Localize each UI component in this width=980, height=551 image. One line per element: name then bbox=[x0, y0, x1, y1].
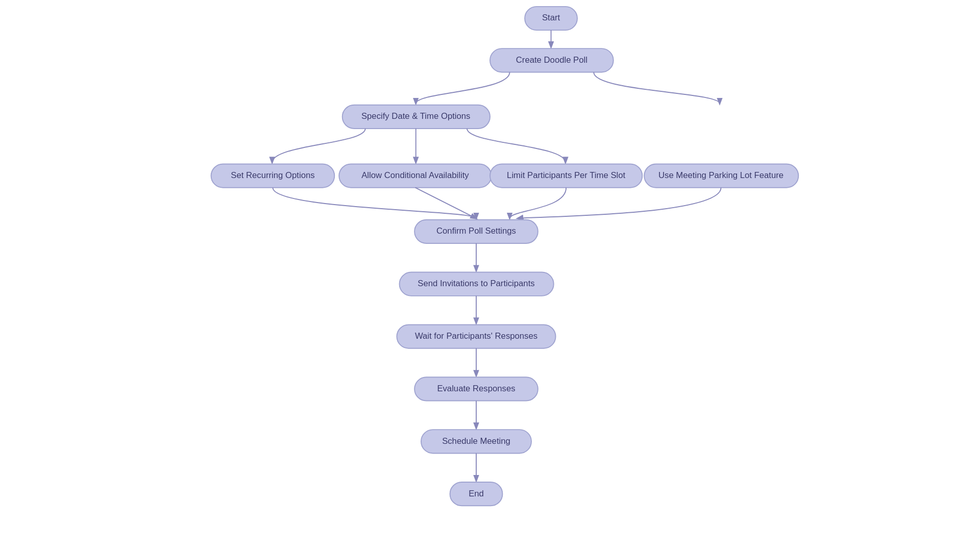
evaluate-responses-label: Evaluate Responses bbox=[437, 384, 515, 393]
wait-responses-label: Wait for Participants' Responses bbox=[415, 331, 537, 341]
limit-participants-label: Limit Participants Per Time Slot bbox=[507, 170, 625, 180]
use-meeting-parking-label: Use Meeting Parking Lot Feature bbox=[658, 170, 783, 180]
end-label: End bbox=[469, 489, 484, 498]
allow-conditional-label: Allow Conditional Availability bbox=[361, 170, 469, 180]
create-doodle-poll-label: Create Doodle Poll bbox=[516, 55, 587, 65]
send-invitations-label: Send Invitations to Participants bbox=[418, 279, 534, 288]
start-label: Start bbox=[542, 13, 560, 22]
confirm-poll-label: Confirm Poll Settings bbox=[436, 226, 516, 236]
set-recurring-label: Set Recurring Options bbox=[231, 170, 314, 180]
svg-line-2 bbox=[415, 188, 476, 218]
schedule-meeting-label: Schedule Meeting bbox=[442, 436, 510, 446]
specify-date-time-label: Specify Date & Time Options bbox=[361, 111, 471, 121]
